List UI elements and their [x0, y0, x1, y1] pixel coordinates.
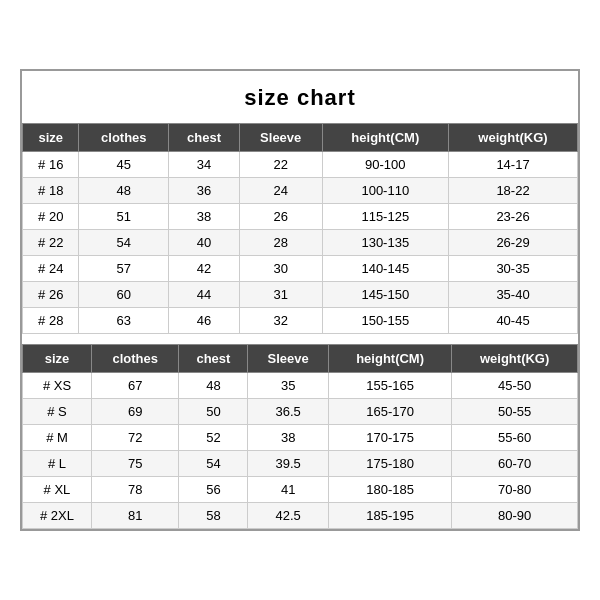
table-cell: # 26 — [23, 282, 79, 308]
table-cell: 22 — [239, 152, 322, 178]
table1-col-header: height(CM) — [322, 124, 449, 152]
table-row: # 18483624100-11018-22 — [23, 178, 578, 204]
size-chart-container: size chart sizeclotheschestSleeveheight(… — [20, 69, 580, 531]
table-cell: 31 — [239, 282, 322, 308]
table-cell: # L — [23, 451, 92, 477]
table1-col-header: clothes — [79, 124, 169, 152]
table-cell: 30-35 — [449, 256, 578, 282]
table-cell: 18-22 — [449, 178, 578, 204]
table-cell: # 2XL — [23, 503, 92, 529]
table-cell: 42.5 — [248, 503, 329, 529]
table-cell: 45-50 — [452, 373, 578, 399]
table-cell: 165-170 — [328, 399, 451, 425]
table-cell: 23-26 — [449, 204, 578, 230]
table1-col-header: size — [23, 124, 79, 152]
table-cell: 26 — [239, 204, 322, 230]
table-cell: 57 — [79, 256, 169, 282]
table-cell: 24 — [239, 178, 322, 204]
table-cell: 40 — [169, 230, 240, 256]
table-cell: 130-135 — [322, 230, 449, 256]
table-cell: 55-60 — [452, 425, 578, 451]
table-cell: 58 — [179, 503, 248, 529]
table-cell: # 16 — [23, 152, 79, 178]
table-cell: 28 — [239, 230, 322, 256]
table-cell: # S — [23, 399, 92, 425]
table-cell: 100-110 — [322, 178, 449, 204]
table-cell: 70-80 — [452, 477, 578, 503]
size-table-1: sizeclotheschestSleeveheight(CM)weight(K… — [22, 123, 578, 334]
table2-col-header: clothes — [91, 345, 178, 373]
table-row: # 20513826115-12523-26 — [23, 204, 578, 230]
table-cell: 67 — [91, 373, 178, 399]
chart-title: size chart — [22, 71, 578, 123]
table2-body: # XS674835155-16545-50# S695036.5165-170… — [23, 373, 578, 529]
table-cell: 115-125 — [322, 204, 449, 230]
table-row: # 22544028130-13526-29 — [23, 230, 578, 256]
table-cell: 60-70 — [452, 451, 578, 477]
table-cell: 52 — [179, 425, 248, 451]
table2-col-header: Sleeve — [248, 345, 329, 373]
table1-header-row: sizeclotheschestSleeveheight(CM)weight(K… — [23, 124, 578, 152]
table-row: # 26604431145-15035-40 — [23, 282, 578, 308]
table-cell: 34 — [169, 152, 240, 178]
table-cell: 36 — [169, 178, 240, 204]
table2-header-row: sizeclotheschestSleeveheight(CM)weight(K… — [23, 345, 578, 373]
table-cell: 44 — [169, 282, 240, 308]
table-cell: # 28 — [23, 308, 79, 334]
table-cell: 48 — [79, 178, 169, 204]
table-cell: 56 — [179, 477, 248, 503]
table-cell: 90-100 — [322, 152, 449, 178]
table1-col-header: chest — [169, 124, 240, 152]
table-cell: # XS — [23, 373, 92, 399]
table-cell: 63 — [79, 308, 169, 334]
table-row: # S695036.5165-17050-55 — [23, 399, 578, 425]
table-cell: 170-175 — [328, 425, 451, 451]
table2-col-header: size — [23, 345, 92, 373]
table-cell: 80-90 — [452, 503, 578, 529]
table-cell: # 22 — [23, 230, 79, 256]
table-cell: 40-45 — [449, 308, 578, 334]
table-cell: # 24 — [23, 256, 79, 282]
table-cell: # M — [23, 425, 92, 451]
table-cell: 145-150 — [322, 282, 449, 308]
table2-header: sizeclotheschestSleeveheight(CM)weight(K… — [23, 345, 578, 373]
section-gap — [22, 334, 578, 344]
table1-col-header: Sleeve — [239, 124, 322, 152]
table1-header: sizeclotheschestSleeveheight(CM)weight(K… — [23, 124, 578, 152]
table-cell: 38 — [169, 204, 240, 230]
table-cell: 32 — [239, 308, 322, 334]
table-cell: 26-29 — [449, 230, 578, 256]
table-cell: 175-180 — [328, 451, 451, 477]
table-cell: 14-17 — [449, 152, 578, 178]
table-row: # L755439.5175-18060-70 — [23, 451, 578, 477]
table2-col-header: chest — [179, 345, 248, 373]
table1-col-header: weight(KG) — [449, 124, 578, 152]
table-row: # XS674835155-16545-50 — [23, 373, 578, 399]
table2-col-header: height(CM) — [328, 345, 451, 373]
table-cell: 185-195 — [328, 503, 451, 529]
table-cell: 72 — [91, 425, 178, 451]
table2-col-header: weight(KG) — [452, 345, 578, 373]
table-row: # 1645342290-10014-17 — [23, 152, 578, 178]
table-row: # 24574230140-14530-35 — [23, 256, 578, 282]
table-cell: 35 — [248, 373, 329, 399]
table-cell: 45 — [79, 152, 169, 178]
table-cell: 54 — [79, 230, 169, 256]
table-cell: 48 — [179, 373, 248, 399]
table-cell: 41 — [248, 477, 329, 503]
table-cell: 60 — [79, 282, 169, 308]
table-cell: # XL — [23, 477, 92, 503]
table-cell: # 18 — [23, 178, 79, 204]
table-cell: 39.5 — [248, 451, 329, 477]
table-cell: 38 — [248, 425, 329, 451]
table-cell: 50-55 — [452, 399, 578, 425]
table-cell: 42 — [169, 256, 240, 282]
table-cell: 30 — [239, 256, 322, 282]
size-table-2: sizeclotheschestSleeveheight(CM)weight(K… — [22, 344, 578, 529]
table-cell: 140-145 — [322, 256, 449, 282]
table-cell: 75 — [91, 451, 178, 477]
table-cell: 51 — [79, 204, 169, 230]
table-cell: 69 — [91, 399, 178, 425]
table-cell: 78 — [91, 477, 178, 503]
table-cell: 150-155 — [322, 308, 449, 334]
